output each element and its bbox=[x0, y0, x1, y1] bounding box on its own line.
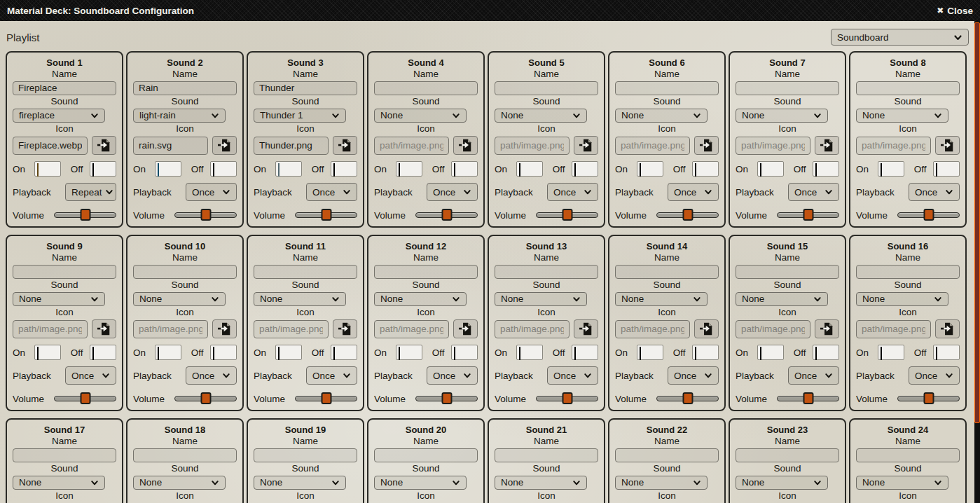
volume-slider[interactable] bbox=[295, 209, 357, 221]
sound-select[interactable]: None bbox=[856, 476, 948, 490]
name-input[interactable] bbox=[736, 448, 839, 462]
file-picker-button[interactable] bbox=[212, 136, 237, 155]
volume-slider[interactable] bbox=[174, 209, 237, 221]
name-input[interactable] bbox=[254, 448, 357, 462]
name-input[interactable] bbox=[254, 81, 357, 95]
icon-path-input[interactable] bbox=[133, 137, 208, 155]
icon-path-input[interactable] bbox=[856, 137, 931, 155]
name-input[interactable] bbox=[495, 265, 598, 279]
on-color-swatch[interactable] bbox=[878, 345, 904, 360]
volume-slider-thumb[interactable] bbox=[200, 209, 211, 221]
playback-select[interactable]: Once bbox=[306, 183, 357, 201]
name-input[interactable] bbox=[495, 81, 598, 95]
off-color-swatch[interactable] bbox=[933, 345, 960, 360]
file-picker-button[interactable] bbox=[694, 319, 719, 338]
file-picker-button[interactable] bbox=[92, 136, 116, 155]
off-color-swatch[interactable] bbox=[90, 345, 116, 360]
sound-select[interactable]: None bbox=[374, 292, 467, 306]
file-picker-button[interactable] bbox=[333, 136, 357, 155]
icon-path-input[interactable] bbox=[495, 320, 570, 338]
scrollbar-thumb[interactable] bbox=[974, 22, 980, 423]
sound-select[interactable]: None bbox=[13, 292, 105, 306]
sound-select[interactable]: None bbox=[133, 476, 226, 490]
off-color-swatch[interactable] bbox=[572, 345, 598, 360]
volume-slider[interactable] bbox=[295, 392, 357, 405]
file-picker-button[interactable] bbox=[935, 136, 960, 155]
playback-select[interactable]: Once bbox=[547, 366, 598, 385]
volume-slider[interactable] bbox=[777, 392, 839, 405]
off-color-swatch[interactable] bbox=[90, 161, 116, 177]
volume-slider[interactable] bbox=[656, 392, 719, 405]
playback-select[interactable]: Once bbox=[186, 183, 237, 201]
name-input[interactable] bbox=[856, 81, 960, 95]
off-color-swatch[interactable] bbox=[572, 161, 598, 177]
file-picker-button[interactable] bbox=[815, 136, 839, 155]
off-color-swatch[interactable] bbox=[210, 345, 237, 360]
sound-select[interactable]: None bbox=[374, 109, 467, 123]
playback-select[interactable]: Once bbox=[65, 366, 116, 385]
name-input[interactable] bbox=[736, 265, 839, 279]
volume-slider[interactable] bbox=[54, 209, 116, 221]
volume-slider-thumb[interactable] bbox=[441, 392, 452, 404]
playback-select[interactable]: Once bbox=[788, 366, 839, 385]
playback-select[interactable]: Repeat bbox=[65, 183, 116, 201]
on-color-swatch[interactable] bbox=[757, 345, 784, 360]
on-color-swatch[interactable] bbox=[516, 161, 543, 177]
playback-select[interactable]: Once bbox=[427, 366, 478, 385]
volume-slider-thumb[interactable] bbox=[923, 209, 934, 221]
icon-path-input[interactable] bbox=[374, 320, 449, 338]
file-picker-button[interactable] bbox=[333, 319, 357, 338]
sound-select[interactable]: None bbox=[495, 292, 587, 306]
sound-select[interactable]: None bbox=[615, 109, 708, 123]
name-input[interactable] bbox=[615, 448, 719, 462]
playback-select[interactable]: Once bbox=[427, 183, 478, 201]
icon-path-input[interactable] bbox=[736, 137, 810, 155]
on-color-swatch[interactable] bbox=[637, 345, 663, 360]
name-input[interactable] bbox=[856, 265, 960, 279]
file-picker-button[interactable] bbox=[453, 319, 478, 338]
name-input[interactable] bbox=[13, 265, 116, 279]
name-input[interactable] bbox=[254, 265, 357, 279]
name-input[interactable] bbox=[495, 448, 598, 462]
on-color-swatch[interactable] bbox=[516, 345, 543, 360]
name-input[interactable] bbox=[374, 448, 478, 462]
volume-slider[interactable] bbox=[897, 209, 960, 221]
icon-path-input[interactable] bbox=[615, 320, 690, 338]
off-color-swatch[interactable] bbox=[813, 161, 839, 177]
volume-slider-thumb[interactable] bbox=[321, 209, 331, 221]
file-picker-button[interactable] bbox=[574, 319, 598, 338]
volume-slider-thumb[interactable] bbox=[682, 392, 693, 404]
sound-select[interactable]: None bbox=[856, 292, 948, 306]
playback-select[interactable]: Once bbox=[668, 366, 719, 385]
volume-slider-thumb[interactable] bbox=[682, 209, 693, 221]
off-color-swatch[interactable] bbox=[331, 161, 357, 177]
on-color-swatch[interactable] bbox=[155, 161, 181, 177]
icon-path-input[interactable] bbox=[856, 320, 931, 338]
off-color-swatch[interactable] bbox=[692, 161, 719, 177]
playback-select[interactable]: Once bbox=[909, 366, 960, 385]
name-input[interactable] bbox=[856, 448, 960, 462]
on-color-swatch[interactable] bbox=[275, 345, 302, 360]
name-input[interactable] bbox=[13, 81, 116, 95]
name-input[interactable] bbox=[736, 81, 839, 95]
volume-slider[interactable] bbox=[174, 392, 237, 405]
sound-select[interactable]: None bbox=[254, 476, 346, 490]
on-color-swatch[interactable] bbox=[396, 345, 422, 360]
volume-slider-thumb[interactable] bbox=[200, 392, 211, 404]
icon-path-input[interactable] bbox=[13, 137, 88, 155]
icon-path-input[interactable] bbox=[254, 320, 329, 338]
sound-select[interactable]: None bbox=[736, 109, 828, 123]
off-color-swatch[interactable] bbox=[331, 345, 357, 360]
sound-select[interactable]: None bbox=[615, 292, 708, 306]
volume-slider[interactable] bbox=[415, 209, 478, 221]
volume-slider[interactable] bbox=[536, 209, 598, 221]
volume-slider-thumb[interactable] bbox=[923, 392, 934, 404]
volume-slider[interactable] bbox=[536, 392, 598, 405]
volume-slider-thumb[interactable] bbox=[562, 392, 572, 404]
on-color-swatch[interactable] bbox=[757, 161, 784, 177]
icon-path-input[interactable] bbox=[736, 320, 810, 338]
icon-path-input[interactable] bbox=[374, 137, 449, 155]
volume-slider[interactable] bbox=[897, 392, 960, 405]
on-color-swatch[interactable] bbox=[637, 161, 663, 177]
name-input[interactable] bbox=[133, 448, 237, 462]
